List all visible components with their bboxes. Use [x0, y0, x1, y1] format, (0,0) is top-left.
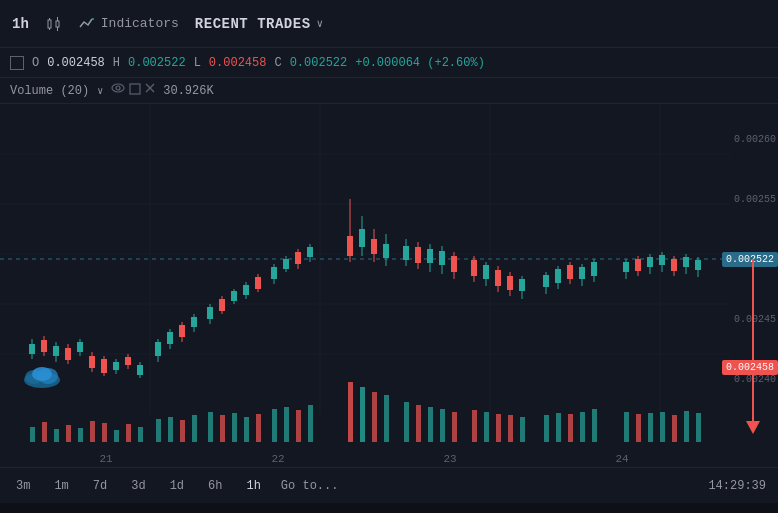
ohlc-l-label: L	[194, 56, 201, 70]
svg-rect-39	[125, 357, 131, 365]
svg-rect-128	[126, 424, 131, 442]
svg-rect-125	[90, 421, 95, 442]
timeframe-selector[interactable]: 1h	[12, 16, 29, 32]
indicators-label: Indicators	[101, 16, 179, 31]
svg-rect-156	[520, 417, 525, 442]
svg-rect-150	[440, 409, 445, 442]
svg-rect-148	[416, 405, 421, 442]
svg-rect-61	[271, 267, 277, 279]
volume-eye-icon[interactable]	[111, 83, 125, 99]
svg-rect-164	[648, 413, 653, 442]
timeframe-1d[interactable]: 1d	[166, 477, 188, 495]
svg-rect-139	[272, 409, 277, 442]
svg-rect-85	[451, 256, 457, 272]
svg-rect-134	[208, 412, 213, 442]
ohlc-bar: O 0.002458 H 0.002522 L 0.002458 C 0.002…	[0, 48, 778, 78]
svg-rect-77	[403, 246, 409, 260]
ohlc-h-label: H	[113, 56, 120, 70]
svg-rect-105	[591, 262, 597, 276]
svg-rect-144	[360, 387, 365, 442]
svg-rect-97	[543, 275, 549, 287]
volume-chevron-icon: ∨	[97, 85, 103, 97]
volume-close-icon[interactable]	[145, 83, 155, 99]
timeframe-1m[interactable]: 1m	[50, 477, 72, 495]
svg-rect-151	[452, 412, 457, 442]
indicators-button[interactable]: Indicators	[79, 16, 179, 31]
svg-rect-81	[427, 249, 433, 263]
svg-rect-113	[659, 255, 665, 265]
svg-rect-51	[207, 307, 213, 319]
svg-rect-162	[624, 412, 629, 442]
volume-label[interactable]: Volume (20)	[10, 84, 89, 98]
chart-area: 0.00260 0.00255 0.00250 0.00245 0.00240 …	[0, 104, 778, 467]
svg-rect-29	[65, 348, 71, 360]
price-label-2: 0.00255	[730, 194, 776, 205]
timeframe-1h-active[interactable]: 1h	[242, 477, 264, 495]
current-time: 14:29:39	[708, 479, 766, 493]
svg-point-8	[116, 86, 120, 90]
timeframe-3m[interactable]: 3m	[12, 477, 34, 495]
svg-rect-69	[347, 236, 353, 256]
goto-button[interactable]: Go to...	[281, 479, 339, 493]
volume-settings-icon[interactable]	[129, 83, 141, 99]
svg-rect-93	[507, 276, 513, 290]
svg-rect-35	[101, 359, 107, 373]
bottom-toolbar: 3m 1m 7d 3d 1d 6h 1h Go to... 14:29:39	[0, 467, 778, 503]
svg-rect-73	[371, 239, 377, 254]
svg-rect-23	[29, 344, 35, 354]
svg-rect-167	[684, 411, 689, 442]
timeframe-7d[interactable]: 7d	[89, 477, 111, 495]
ohlc-change-value: +0.000064 (+2.60%)	[355, 56, 485, 70]
svg-rect-109	[635, 259, 641, 271]
svg-rect-143	[348, 382, 353, 442]
recent-trades-button[interactable]: RECENT TRADES ∨	[195, 16, 323, 32]
recent-trades-chevron-icon: ∨	[317, 17, 324, 30]
svg-rect-158	[556, 413, 561, 442]
red-arrow	[746, 259, 760, 439]
svg-rect-53	[219, 299, 225, 311]
x-label-23: 23	[443, 453, 456, 465]
svg-rect-166	[672, 415, 677, 442]
svg-rect-31	[77, 342, 83, 352]
svg-rect-135	[220, 415, 225, 442]
svg-rect-146	[384, 395, 389, 442]
svg-rect-33	[89, 356, 95, 368]
svg-rect-89	[483, 265, 489, 279]
svg-rect-117	[683, 257, 689, 267]
svg-rect-130	[156, 419, 161, 442]
svg-rect-163	[636, 414, 641, 442]
timeframe-6h[interactable]: 6h	[204, 477, 226, 495]
svg-rect-119	[695, 260, 701, 270]
watermark-logo	[20, 362, 65, 392]
svg-rect-155	[508, 415, 513, 442]
timeframe-3d[interactable]: 3d	[127, 477, 149, 495]
svg-rect-25	[41, 340, 47, 352]
svg-rect-65	[295, 252, 301, 264]
svg-rect-9	[130, 84, 140, 94]
svg-rect-87	[471, 260, 477, 276]
svg-rect-137	[244, 417, 249, 442]
svg-rect-136	[232, 413, 237, 442]
chart-grid	[0, 104, 730, 414]
svg-rect-168	[696, 413, 701, 442]
x-axis-labels: 21 22 23 24	[0, 451, 728, 467]
svg-rect-0	[48, 20, 51, 28]
svg-rect-129	[138, 427, 143, 442]
svg-rect-103	[579, 267, 585, 279]
price-label-1: 0.00260	[730, 134, 776, 145]
svg-rect-133	[192, 415, 197, 442]
svg-rect-57	[243, 285, 249, 295]
volume-bar: Volume (20) ∨ 30.926K	[0, 78, 778, 104]
svg-rect-91	[495, 270, 501, 286]
svg-rect-153	[484, 412, 489, 442]
svg-rect-115	[671, 259, 677, 271]
svg-rect-160	[580, 412, 585, 442]
svg-rect-59	[255, 277, 261, 289]
svg-rect-124	[78, 428, 83, 442]
arrow-price-tag: 0.002458	[722, 360, 778, 375]
svg-rect-63	[283, 259, 289, 269]
svg-rect-123	[66, 425, 71, 442]
svg-rect-3	[56, 21, 59, 27]
candle-type-button[interactable]	[45, 16, 63, 32]
volume-value: 30.926K	[163, 84, 213, 98]
